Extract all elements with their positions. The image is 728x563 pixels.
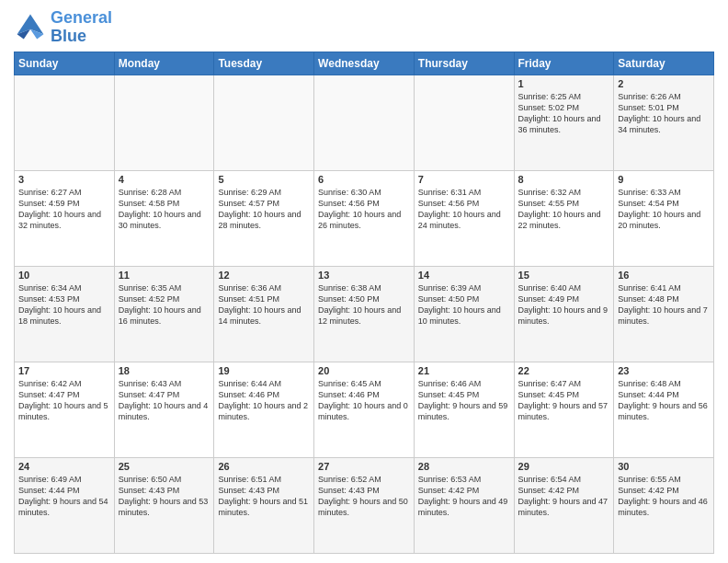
- day-info: Sunrise: 6:39 AM Sunset: 4:50 PM Dayligh…: [418, 282, 510, 327]
- week-row-3: 10Sunrise: 6:34 AM Sunset: 4:53 PM Dayli…: [15, 266, 714, 362]
- day-number: 4: [119, 174, 210, 185]
- day-info: Sunrise: 6:45 AM Sunset: 4:46 PM Dayligh…: [318, 378, 410, 423]
- day-info: Sunrise: 6:44 AM Sunset: 4:46 PM Dayligh…: [218, 378, 310, 423]
- day-info: Sunrise: 6:47 AM Sunset: 4:45 PM Dayligh…: [518, 378, 610, 423]
- day-cell: 12Sunrise: 6:36 AM Sunset: 4:51 PM Dayli…: [214, 266, 314, 362]
- day-info: Sunrise: 6:36 AM Sunset: 4:51 PM Dayligh…: [218, 282, 310, 327]
- page: General Blue SundayMondayTuesdayWednesda…: [0, 0, 728, 563]
- day-info: Sunrise: 6:35 AM Sunset: 4:52 PM Dayligh…: [119, 282, 210, 327]
- day-info: Sunrise: 6:43 AM Sunset: 4:47 PM Dayligh…: [119, 378, 210, 423]
- day-info: Sunrise: 6:53 AM Sunset: 4:42 PM Dayligh…: [418, 474, 510, 519]
- day-number: 29: [518, 461, 610, 472]
- day-cell: [15, 75, 115, 170]
- day-number: 7: [418, 174, 510, 185]
- day-cell: 18Sunrise: 6:43 AM Sunset: 4:47 PM Dayli…: [114, 362, 214, 457]
- day-cell: [314, 75, 415, 170]
- day-info: Sunrise: 6:50 AM Sunset: 4:43 PM Dayligh…: [119, 474, 210, 519]
- day-cell: 1Sunrise: 6:25 AM Sunset: 5:02 PM Daylig…: [514, 75, 614, 170]
- day-info: Sunrise: 6:54 AM Sunset: 4:42 PM Dayligh…: [518, 474, 610, 519]
- day-cell: 15Sunrise: 6:40 AM Sunset: 4:49 PM Dayli…: [514, 266, 614, 362]
- weekday-friday: Friday: [514, 52, 614, 75]
- day-cell: 7Sunrise: 6:31 AM Sunset: 4:56 PM Daylig…: [414, 170, 514, 266]
- day-cell: 19Sunrise: 6:44 AM Sunset: 4:46 PM Dayli…: [214, 362, 314, 457]
- day-number: 22: [518, 365, 610, 376]
- day-number: 3: [18, 174, 110, 185]
- header: General Blue: [14, 9, 714, 46]
- day-cell: 11Sunrise: 6:35 AM Sunset: 4:52 PM Dayli…: [114, 266, 214, 362]
- day-number: 10: [18, 270, 110, 281]
- day-number: 9: [618, 174, 710, 185]
- day-cell: [414, 75, 514, 170]
- day-info: Sunrise: 6:26 AM Sunset: 5:01 PM Dayligh…: [618, 91, 710, 136]
- day-cell: [214, 75, 314, 170]
- day-cell: 27Sunrise: 6:52 AM Sunset: 4:43 PM Dayli…: [314, 457, 415, 553]
- week-row-5: 24Sunrise: 6:49 AM Sunset: 4:44 PM Dayli…: [15, 457, 714, 553]
- day-info: Sunrise: 6:33 AM Sunset: 4:54 PM Dayligh…: [618, 187, 710, 232]
- weekday-header-row: SundayMondayTuesdayWednesdayThursdayFrid…: [15, 52, 714, 75]
- day-number: 25: [119, 461, 210, 472]
- logo-text: General Blue: [51, 9, 112, 46]
- svg-marker-0: [17, 14, 44, 34]
- day-number: 14: [418, 270, 510, 281]
- day-cell: 13Sunrise: 6:38 AM Sunset: 4:50 PM Dayli…: [314, 266, 415, 362]
- day-number: 8: [518, 174, 610, 185]
- week-row-1: 1Sunrise: 6:25 AM Sunset: 5:02 PM Daylig…: [15, 75, 714, 170]
- day-info: Sunrise: 6:25 AM Sunset: 5:02 PM Dayligh…: [518, 91, 610, 136]
- day-cell: 23Sunrise: 6:48 AM Sunset: 4:44 PM Dayli…: [614, 362, 714, 457]
- day-number: 12: [218, 270, 310, 281]
- day-number: 23: [618, 365, 710, 376]
- day-cell: 10Sunrise: 6:34 AM Sunset: 4:53 PM Dayli…: [15, 266, 115, 362]
- day-info: Sunrise: 6:46 AM Sunset: 4:45 PM Dayligh…: [418, 378, 510, 423]
- day-cell: 6Sunrise: 6:30 AM Sunset: 4:56 PM Daylig…: [314, 170, 415, 266]
- day-cell: 8Sunrise: 6:32 AM Sunset: 4:55 PM Daylig…: [514, 170, 614, 266]
- day-number: 6: [318, 174, 410, 185]
- day-cell: 2Sunrise: 6:26 AM Sunset: 5:01 PM Daylig…: [614, 75, 714, 170]
- day-info: Sunrise: 6:51 AM Sunset: 4:43 PM Dayligh…: [218, 474, 310, 519]
- day-cell: 22Sunrise: 6:47 AM Sunset: 4:45 PM Dayli…: [514, 362, 614, 457]
- day-info: Sunrise: 6:40 AM Sunset: 4:49 PM Dayligh…: [518, 282, 610, 327]
- day-info: Sunrise: 6:28 AM Sunset: 4:58 PM Dayligh…: [119, 187, 210, 232]
- day-number: 20: [318, 365, 410, 376]
- day-number: 21: [418, 365, 510, 376]
- day-info: Sunrise: 6:29 AM Sunset: 4:57 PM Dayligh…: [218, 187, 310, 232]
- day-cell: 9Sunrise: 6:33 AM Sunset: 4:54 PM Daylig…: [614, 170, 714, 266]
- day-cell: [114, 75, 214, 170]
- day-cell: 5Sunrise: 6:29 AM Sunset: 4:57 PM Daylig…: [214, 170, 314, 266]
- day-number: 30: [618, 461, 710, 472]
- weekday-thursday: Thursday: [414, 52, 514, 75]
- day-number: 26: [218, 461, 310, 472]
- day-info: Sunrise: 6:32 AM Sunset: 4:55 PM Dayligh…: [518, 187, 610, 232]
- day-info: Sunrise: 6:34 AM Sunset: 4:53 PM Dayligh…: [18, 282, 110, 327]
- day-number: 13: [318, 270, 410, 281]
- day-cell: 20Sunrise: 6:45 AM Sunset: 4:46 PM Dayli…: [314, 362, 415, 457]
- day-info: Sunrise: 6:41 AM Sunset: 4:48 PM Dayligh…: [618, 282, 710, 327]
- day-number: 18: [119, 365, 210, 376]
- week-row-4: 17Sunrise: 6:42 AM Sunset: 4:47 PM Dayli…: [15, 362, 714, 457]
- day-number: 27: [318, 461, 410, 472]
- day-number: 15: [518, 270, 610, 281]
- calendar-table: SundayMondayTuesdayWednesdayThursdayFrid…: [14, 52, 714, 554]
- day-cell: 29Sunrise: 6:54 AM Sunset: 4:42 PM Dayli…: [514, 457, 614, 553]
- day-number: 19: [218, 365, 310, 376]
- logo: General Blue: [14, 9, 112, 46]
- day-cell: 4Sunrise: 6:28 AM Sunset: 4:58 PM Daylig…: [114, 170, 214, 266]
- day-number: 2: [618, 78, 710, 89]
- day-info: Sunrise: 6:52 AM Sunset: 4:43 PM Dayligh…: [318, 474, 410, 519]
- day-number: 16: [618, 270, 710, 281]
- weekday-saturday: Saturday: [614, 52, 714, 75]
- day-info: Sunrise: 6:27 AM Sunset: 4:59 PM Dayligh…: [18, 187, 110, 232]
- day-cell: 14Sunrise: 6:39 AM Sunset: 4:50 PM Dayli…: [414, 266, 514, 362]
- day-info: Sunrise: 6:49 AM Sunset: 4:44 PM Dayligh…: [18, 474, 110, 519]
- day-number: 17: [18, 365, 110, 376]
- day-cell: 21Sunrise: 6:46 AM Sunset: 4:45 PM Dayli…: [414, 362, 514, 457]
- day-number: 11: [119, 270, 210, 281]
- day-info: Sunrise: 6:48 AM Sunset: 4:44 PM Dayligh…: [618, 378, 710, 423]
- weekday-sunday: Sunday: [15, 52, 115, 75]
- day-info: Sunrise: 6:31 AM Sunset: 4:56 PM Dayligh…: [418, 187, 510, 232]
- day-cell: 26Sunrise: 6:51 AM Sunset: 4:43 PM Dayli…: [214, 457, 314, 553]
- day-cell: 17Sunrise: 6:42 AM Sunset: 4:47 PM Dayli…: [15, 362, 115, 457]
- day-info: Sunrise: 6:42 AM Sunset: 4:47 PM Dayligh…: [18, 378, 110, 423]
- day-number: 24: [18, 461, 110, 472]
- day-cell: 25Sunrise: 6:50 AM Sunset: 4:43 PM Dayli…: [114, 457, 214, 553]
- weekday-monday: Monday: [114, 52, 214, 75]
